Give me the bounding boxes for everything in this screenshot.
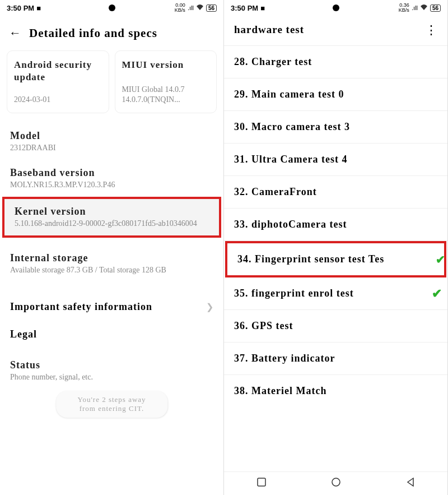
nav-title: Important safety information (10, 301, 152, 313)
nav-title: Legal (10, 329, 37, 340)
wifi-icon (196, 4, 204, 12)
svg-point-1 (332, 478, 340, 486)
status-left: 3:50 PM ■ (7, 4, 41, 12)
info-value: MOLY.NR15.R3.MP.V120.3.P46 (10, 180, 213, 190)
hw-item-battery[interactable]: 37. Battery indicator (224, 343, 447, 375)
page-header: ← Detailed info and specs (0, 16, 223, 46)
info-title: Model (10, 130, 213, 142)
check-icon: ✔ (436, 253, 445, 266)
hw-item-label: 33. diphotoCamera test (234, 219, 347, 230)
left-screen: 3:50 PM ■ 0.00 KB/s .ıll 56 ← Detailed i… (0, 0, 224, 495)
info-storage[interactable]: Internal storage Available storage 87.3 … (0, 246, 223, 282)
info-title: Kernel version (15, 206, 209, 218)
card-row: Android security update 2024-03-01 MIUI … (0, 46, 223, 118)
hw-title: hardware test (234, 24, 304, 36)
info-title: Baseband version (10, 167, 213, 179)
hw-item-label: 37. Battery indicator (234, 353, 335, 364)
status-right: 0.00 KB/s .ıll 56 (175, 3, 217, 13)
hw-item-label: 32. CameraFront (234, 186, 317, 198)
info-value: Available storage 87.3 GB / Total storag… (10, 265, 213, 275)
info-value: Phone number, signal, etc. (10, 372, 213, 382)
hw-item-camera-front[interactable]: 32. CameraFront (224, 176, 447, 209)
camera-notch (333, 4, 339, 11)
hw-item-fingerprint-sensor[interactable]: 34. Fingerprint sensor test Tes ✔ (225, 241, 446, 277)
nav-status[interactable]: Status Phone number, signal, etc. (0, 354, 223, 389)
hw-item-label: 35. fingerprint enrol test (234, 288, 354, 299)
back-arrow-icon[interactable]: ← (9, 26, 21, 40)
hw-item-label: 34. Fingerprint sensor test Tes (237, 253, 384, 265)
status-time: 3:50 PM (231, 4, 258, 12)
info-model[interactable]: Model 2312DRAABI (0, 123, 223, 160)
signal-icon: .ıll (188, 4, 194, 11)
battery-indicator: 56 (430, 4, 441, 12)
hw-item-ultra-camera[interactable]: 31. Ultra Camera test 4 (224, 144, 447, 176)
cit-toast: You're 2 steps away from entering CIT. (56, 391, 168, 418)
recent-apps-button[interactable] (257, 478, 266, 489)
card-security-update[interactable]: Android security update 2024-03-01 (7, 50, 109, 113)
home-button[interactable] (332, 478, 340, 489)
card-miui-version[interactable]: MIUI version MIUI Global 14.0.7 14.0.7.0… (115, 50, 217, 113)
card-value: 2024-03-01 (14, 95, 102, 105)
info-title: Status (10, 359, 213, 371)
data-speed: 0.36 KB/s (399, 3, 409, 13)
chevron-right-icon: ❯ (206, 302, 213, 312)
hw-item-label: 30. Macro camera test 3 (234, 121, 350, 133)
status-time: 3:50 PM (7, 4, 34, 12)
wifi-icon (420, 4, 428, 12)
hw-item-main-camera[interactable]: 29. Main camera test 0 (224, 78, 447, 111)
page-title: Detailed info and specs (29, 26, 157, 40)
data-speed: 0.00 KB/s (175, 3, 185, 13)
right-screen: 3:50 PM ■ 0.36 KB/s .ıll 56 hardware tes… (224, 0, 448, 495)
info-kernel[interactable]: Kernel version 5.10.168-android12-9-0000… (2, 197, 221, 238)
check-icon: ✔ (432, 286, 442, 301)
more-icon[interactable]: ⋮ (425, 27, 437, 33)
back-button[interactable] (407, 478, 414, 489)
battery-indicator: 56 (206, 4, 217, 12)
status-right: 0.36 KB/s .ıll 56 (399, 3, 441, 13)
hw-list: 28. Charger test 29. Main camera test 0 … (224, 41, 447, 407)
hw-item-diphoto-camera[interactable]: 33. diphotoCamera test (224, 209, 447, 241)
hw-item-label: 28. Charger test (234, 56, 312, 68)
info-value: 5.10.168-android12-9-00002-gf3c080171fd5… (15, 219, 209, 229)
android-nav-bar (224, 471, 447, 495)
hw-item-label: 38. Materiel Match (234, 385, 326, 397)
card-title: MIUI version (122, 59, 210, 71)
signal-icon: .ıll (412, 4, 418, 11)
info-title: Internal storage (10, 252, 213, 264)
nav-safety[interactable]: Important safety information ❯ (0, 291, 223, 323)
hw-item-label: 29. Main camera test 0 (234, 89, 344, 100)
hw-item-macro-camera[interactable]: 30. Macro camera test 3 (224, 111, 447, 144)
camera-indicator-icon: ■ (260, 4, 265, 12)
info-baseband[interactable]: Baseband version MOLY.NR15.R3.MP.V120.3.… (0, 160, 223, 197)
card-title: Android security update (14, 59, 102, 84)
hw-item-label: 31. Ultra Camera test 4 (234, 154, 347, 165)
camera-notch (109, 4, 115, 11)
info-value: 2312DRAABI (10, 143, 213, 153)
hw-item-fingerprint-enrol[interactable]: 35. fingerprint enrol test ✔ (224, 277, 447, 310)
status-left: 3:50 PM ■ (231, 4, 265, 12)
hw-item-charger[interactable]: 28. Charger test (224, 46, 447, 78)
svg-rect-0 (258, 478, 265, 486)
hw-item-label: 36. GPS test (234, 320, 293, 332)
nav-legal[interactable]: Legal (0, 323, 223, 354)
hw-item-materiel[interactable]: 38. Materiel Match (224, 375, 447, 407)
card-value: MIUI Global 14.0.7 14.0.7.0(TNQIN... (122, 85, 210, 105)
hw-header: hardware test ⋮ (224, 16, 447, 41)
hw-item-gps[interactable]: 36. GPS test (224, 310, 447, 343)
camera-indicator-icon: ■ (36, 4, 41, 12)
